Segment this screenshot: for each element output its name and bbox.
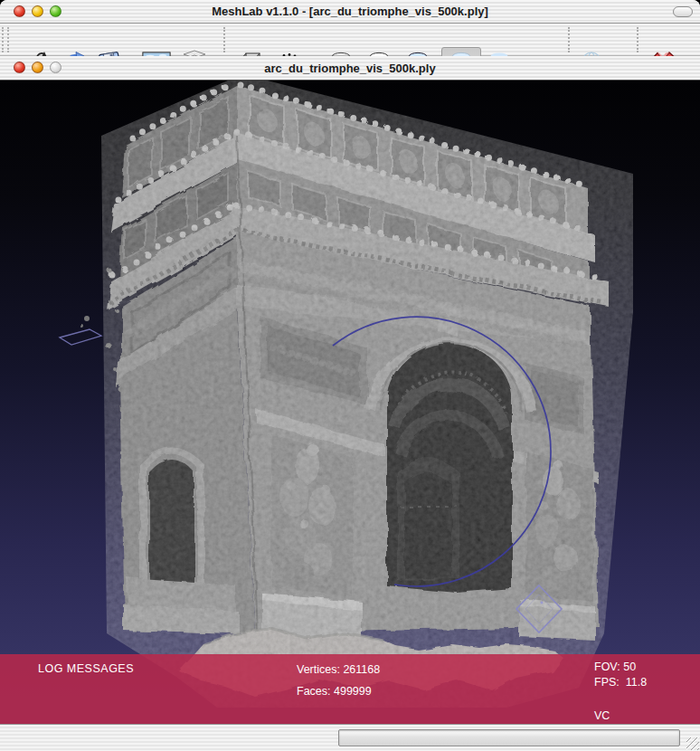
toolbar-separator: [637, 27, 639, 52]
fov-label: FOV:: [594, 661, 620, 673]
title-bar[interactable]: MeshLab v1.1.0 - [arc_du_triomphe_vis_50…: [0, 0, 700, 24]
trackball-handle-dot: [541, 602, 544, 604]
log-title: LOG MESSAGES: [38, 662, 134, 675]
progress-bar: [338, 729, 680, 746]
viewport-canvas[interactable]: [0, 81, 700, 724]
window-title: MeshLab v1.1.0 - [arc_du_triomphe_vis_50…: [0, 5, 700, 18]
toolbar-drag-handle[interactable]: [7, 27, 10, 52]
color-mode-indicator: VC: [594, 709, 610, 722]
toolbar-separator: [568, 27, 571, 52]
toolbar-separator: [223, 27, 226, 52]
fov-stat: FOV: 50: [594, 661, 636, 673]
collapse-widget[interactable]: [673, 6, 693, 17]
meshlab-window: MeshLab v1.1.0 - [arc_du_triomphe_vis_50…: [0, 0, 700, 751]
document-title-bar[interactable]: arc_du_triomphe_vis_500k.ply: [0, 56, 700, 81]
resize-grip[interactable]: [686, 737, 699, 750]
toolbar-drag-handle[interactable]: [2, 27, 5, 52]
vertices-value: 261168: [343, 663, 380, 676]
fps-stat: FPS: 11.8: [594, 676, 647, 689]
fps-label: FPS:: [594, 676, 620, 689]
gl-viewport[interactable]: [0, 81, 700, 724]
fov-value: 50: [623, 661, 636, 673]
vertices-stat: Vertices: 261168: [297, 663, 380, 676]
faces-label: Faces:: [297, 685, 331, 698]
faces-value: 499999: [334, 685, 372, 698]
faces-stat: Faces: 499999: [297, 685, 372, 698]
fps-value: 11.8: [626, 676, 647, 689]
mesh-grain-texture: [99, 81, 642, 708]
vertices-label: Vertices:: [297, 663, 340, 676]
trackball-handle-left[interactable]: [60, 329, 101, 345]
document-title: arc_du_triomphe_vis_500k.ply: [0, 62, 700, 75]
log-overlay-bar: LOG MESSAGES Vertices: 261168 Faces: 499…: [0, 654, 700, 724]
toolbar: » » »: [0, 24, 700, 56]
status-bar: [0, 724, 700, 751]
